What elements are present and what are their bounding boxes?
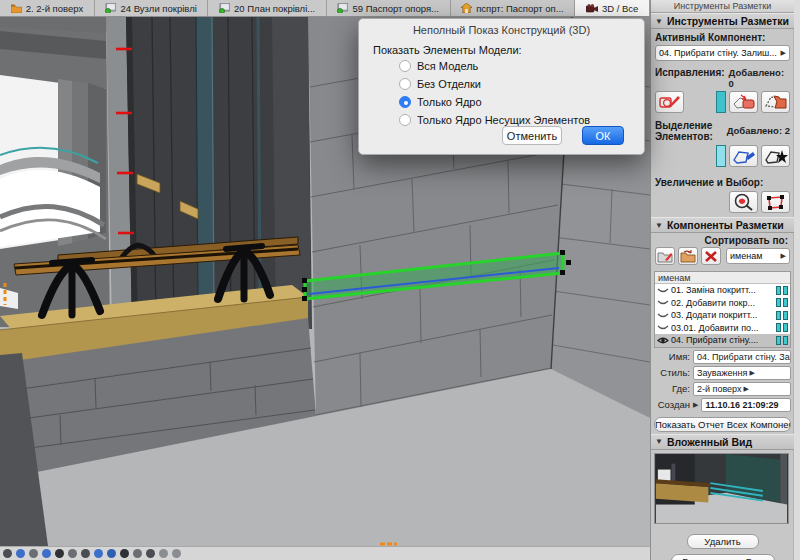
sort-by-dropdown[interactable]: именам ▶ bbox=[726, 248, 790, 264]
radio-entire-model[interactable]: Вся Модель bbox=[399, 60, 644, 72]
eye-closed-icon[interactable] bbox=[657, 298, 669, 307]
folder-pencil-icon bbox=[657, 250, 673, 263]
select-brush-button[interactable] bbox=[729, 145, 758, 167]
delete-button[interactable]: Удалить bbox=[687, 534, 759, 549]
marquee-select-icon bbox=[765, 193, 787, 211]
sort-by-value: именам bbox=[730, 251, 778, 261]
toolbar-icon[interactable] bbox=[146, 549, 155, 558]
style-value: Зауваження bbox=[697, 368, 747, 378]
section-markup-components[interactable]: ▼ Компоненты Разметки bbox=[651, 217, 794, 233]
new-component-button[interactable] bbox=[655, 247, 675, 265]
layout-icon bbox=[219, 3, 230, 13]
component-row[interactable]: 03.01. Добавити по... bbox=[655, 322, 790, 335]
section-label: Компоненты Разметки bbox=[667, 219, 784, 231]
correction-eraser-button[interactable] bbox=[729, 91, 758, 113]
style-dropdown[interactable]: Зауваження ▶ bbox=[693, 366, 791, 380]
active-component-dropdown[interactable]: 04. Прибрати стіну. Залиш... ▶ bbox=[655, 45, 790, 61]
eye-open-icon[interactable] bbox=[657, 336, 669, 345]
radio-core-only[interactable]: Только Ядро bbox=[399, 96, 644, 108]
toolbar-icon[interactable] bbox=[120, 549, 129, 558]
tab-roof-nodes[interactable]: 24 Вузли покрівлі bbox=[95, 0, 209, 16]
color-chip bbox=[783, 323, 788, 332]
disclosure-down-icon[interactable]: ▼ bbox=[655, 221, 663, 230]
selection-label-1: Выделение bbox=[651, 117, 717, 131]
restore-view-button[interactable]: Восстановить Вид bbox=[671, 554, 775, 560]
disclosure-right-icon[interactable]: ▶ bbox=[693, 401, 698, 409]
radio-label: Вся Модель bbox=[417, 60, 478, 72]
component-label: 02. Добавити покр... bbox=[671, 298, 774, 308]
toolbar-icon[interactable] bbox=[107, 549, 116, 558]
tab-bar: 2. 2-й поверх 24 Вузли покрівлі 20 План … bbox=[0, 0, 650, 17]
disclosure-down-icon[interactable]: ▼ bbox=[655, 17, 663, 26]
toolbar-icon[interactable] bbox=[133, 549, 142, 558]
disclosure-down-icon[interactable]: ▼ bbox=[655, 437, 663, 446]
radio-without-finishes[interactable]: Без Отделки bbox=[399, 78, 644, 90]
markup-pencil-button[interactable] bbox=[655, 91, 684, 113]
toolbar-icon[interactable] bbox=[55, 549, 64, 558]
color-chip bbox=[776, 323, 781, 332]
show-report-button[interactable]: Показать Отчет Всех Компоненто bbox=[654, 417, 791, 432]
eye-closed-icon[interactable] bbox=[657, 323, 669, 332]
polygon-brush-icon bbox=[732, 148, 756, 165]
dark-wall-structure[interactable] bbox=[106, 17, 312, 329]
eye-closed-icon[interactable] bbox=[657, 286, 669, 295]
toolbar-icon[interactable] bbox=[29, 549, 38, 558]
ok-button[interactable]: ОК bbox=[582, 126, 624, 145]
dialog-prompt: Показать Элементы Модели: bbox=[373, 44, 644, 56]
tab-roof-plan[interactable]: 20 План покрівлі... bbox=[208, 0, 326, 16]
radio-icon[interactable] bbox=[399, 114, 411, 126]
component-label: 03. Додати покритт... bbox=[671, 310, 774, 320]
component-row[interactable]: 01. Заміна покритт... bbox=[655, 284, 790, 297]
correction-color-swatch[interactable] bbox=[716, 91, 726, 113]
delete-component-button[interactable] bbox=[701, 247, 721, 265]
toolbar-icon[interactable] bbox=[159, 549, 168, 558]
toolbar-icon[interactable] bbox=[42, 549, 51, 558]
radio-icon[interactable] bbox=[399, 60, 411, 72]
section-embedded-view[interactable]: ▼ Вложенный Вид bbox=[651, 434, 794, 450]
toolbar-icon[interactable] bbox=[16, 549, 25, 558]
list-column-header[interactable]: именам bbox=[655, 272, 790, 284]
cancel-button[interactable]: Отменить bbox=[502, 126, 562, 145]
toolbar-icon[interactable] bbox=[68, 549, 77, 558]
correction-folder-button[interactable] bbox=[761, 91, 790, 113]
zoom-to-markup-button[interactable] bbox=[729, 191, 758, 213]
toolbar-icon[interactable] bbox=[81, 549, 90, 558]
selection-added-count: Добавлено: 2 bbox=[727, 117, 790, 136]
embedded-view-preview[interactable] bbox=[654, 453, 789, 524]
toolbar-icon[interactable] bbox=[172, 549, 181, 558]
color-chip bbox=[776, 298, 781, 307]
color-chip bbox=[783, 311, 788, 320]
component-row[interactable]: 02. Добавити покр... bbox=[655, 297, 790, 310]
dropdown-arrow-icon: ▶ bbox=[781, 252, 786, 260]
tab-passport-layout[interactable]: пспрт: Паспорт оп... bbox=[451, 0, 576, 16]
toolbar-icon[interactable] bbox=[3, 549, 12, 558]
camera-icon bbox=[586, 4, 598, 13]
color-chip bbox=[783, 286, 788, 295]
name-label: Имя: bbox=[654, 351, 690, 362]
component-row-selected[interactable]: 04. Прибрати стіну.... bbox=[655, 334, 790, 347]
dropdown-arrow-icon: ▶ bbox=[749, 369, 754, 377]
partial-structure-dialog: Неполный Показ Конструкций (3D) Показать… bbox=[358, 18, 645, 155]
polygon-star-icon bbox=[764, 148, 788, 165]
select-marked-button[interactable] bbox=[761, 191, 790, 213]
palette-scrollbar[interactable] bbox=[793, 0, 800, 560]
tab-3d-all[interactable]: 3D / Все bbox=[575, 0, 650, 16]
where-dropdown[interactable]: 2-й поверх ▶ bbox=[693, 382, 791, 396]
selection-color-swatch[interactable] bbox=[716, 145, 726, 167]
radio-core-loadbearing[interactable]: Только Ядро Несущих Элементов bbox=[399, 114, 644, 126]
toolbar-icon[interactable] bbox=[94, 549, 103, 558]
tab-passport-support[interactable]: 59 Паспорт опоря... bbox=[327, 0, 451, 16]
eye-closed-icon[interactable] bbox=[657, 311, 669, 320]
component-row[interactable]: 03. Додати покритт... bbox=[655, 309, 790, 322]
radio-icon[interactable] bbox=[399, 96, 411, 108]
radio-icon[interactable] bbox=[399, 78, 411, 90]
active-component-label: Активный Компонент: bbox=[651, 29, 794, 44]
tab-floor-plan[interactable]: 2. 2-й поверх bbox=[0, 0, 95, 16]
select-star-button[interactable] bbox=[761, 145, 790, 167]
components-list: именам 01. Заміна покритт... 02. Добавит… bbox=[654, 271, 791, 348]
section-markup-tools[interactable]: ▼ Инструменты Разметки bbox=[651, 13, 794, 29]
palette-title[interactable]: Инструменты Разметки bbox=[651, 0, 794, 13]
name-field[interactable]: 04. Прибрати стіну. Зал bbox=[693, 350, 791, 364]
section-label: Инструменты Разметки bbox=[667, 15, 789, 27]
import-component-button[interactable] bbox=[678, 247, 698, 265]
